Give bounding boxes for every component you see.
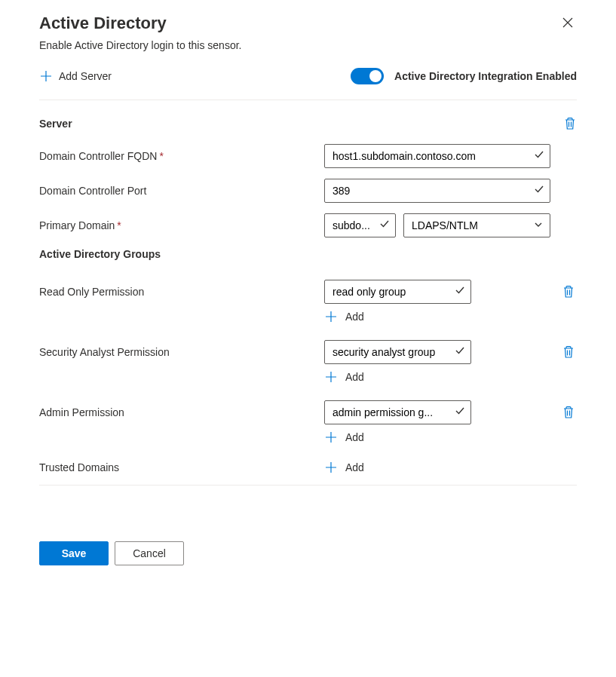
server-section-label: Server xyxy=(39,118,72,130)
required-mark: * xyxy=(159,150,163,162)
port-input[interactable] xyxy=(324,179,550,203)
page-title: Active Directory xyxy=(39,14,167,33)
groups-section-label: Active Directory Groups xyxy=(39,248,324,260)
integration-toggle-label: Active Directory Integration Enabled xyxy=(394,70,577,82)
add-admin-button[interactable]: Add xyxy=(324,430,577,444)
add-server-button[interactable]: Add Server xyxy=(39,69,112,83)
cancel-button[interactable]: Cancel xyxy=(115,541,184,565)
save-button[interactable]: Save xyxy=(39,541,109,565)
read-only-label: Read Only Permission xyxy=(39,286,324,298)
fqdn-label: Domain Controller FQDN* xyxy=(39,150,324,162)
plus-icon xyxy=(324,430,338,444)
add-label: Add xyxy=(345,371,364,383)
add-label: Add xyxy=(345,311,364,323)
page-subtitle: Enable Active Directory login to this se… xyxy=(39,39,577,51)
close-button[interactable] xyxy=(559,14,577,35)
read-only-input[interactable] xyxy=(324,280,471,304)
trusted-domains-label: Trusted Domains xyxy=(39,461,324,473)
add-server-label: Add Server xyxy=(59,70,112,82)
plus-icon xyxy=(39,69,53,83)
auth-select[interactable] xyxy=(403,213,550,237)
close-icon xyxy=(562,17,574,29)
analyst-input[interactable] xyxy=(324,340,471,364)
admin-input[interactable] xyxy=(324,400,471,424)
divider xyxy=(39,100,577,100)
plus-icon xyxy=(324,461,338,474)
analyst-label: Security Analyst Permission xyxy=(39,346,324,358)
trash-icon xyxy=(563,117,577,130)
admin-label: Admin Permission xyxy=(39,406,324,418)
plus-icon xyxy=(324,310,338,323)
delete-admin-button[interactable] xyxy=(562,406,575,419)
trash-icon xyxy=(562,406,575,419)
add-label: Add xyxy=(345,431,364,443)
port-label: Domain Controller Port xyxy=(39,185,324,197)
add-trusted-button[interactable]: Add xyxy=(324,461,364,474)
add-label: Add xyxy=(345,461,364,473)
delete-read-only-button[interactable] xyxy=(562,285,575,299)
primary-domain-label: Primary Domain* xyxy=(39,219,324,231)
primary-domain-input[interactable] xyxy=(324,213,396,237)
trash-icon xyxy=(562,285,575,299)
add-analyst-button[interactable]: Add xyxy=(324,370,577,384)
add-read-only-button[interactable]: Add xyxy=(324,310,577,323)
integration-toggle[interactable] xyxy=(351,68,384,84)
required-mark: * xyxy=(117,219,121,231)
fqdn-input[interactable] xyxy=(324,144,550,168)
delete-server-button[interactable] xyxy=(563,117,577,130)
trash-icon xyxy=(562,345,575,359)
plus-icon xyxy=(324,370,338,384)
divider xyxy=(39,485,577,486)
delete-analyst-button[interactable] xyxy=(562,345,575,359)
